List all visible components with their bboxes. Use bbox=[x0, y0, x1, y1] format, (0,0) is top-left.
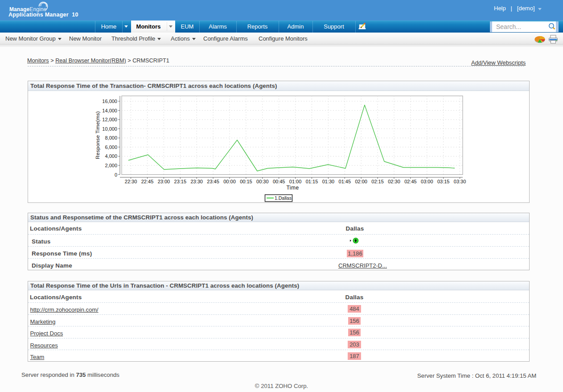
svg-text:14,000: 14,000 bbox=[102, 108, 117, 113]
svg-text:12,000: 12,000 bbox=[102, 117, 117, 122]
svg-text:2,000: 2,000 bbox=[105, 163, 117, 168]
svg-text:00:45: 00:45 bbox=[273, 179, 285, 184]
svg-text:00:30: 00:30 bbox=[256, 179, 269, 184]
svg-text:03:30: 03:30 bbox=[454, 179, 466, 184]
svg-text:8,000: 8,000 bbox=[105, 135, 117, 140]
svg-text:03:00: 03:00 bbox=[421, 179, 433, 184]
svg-text:23:45: 23:45 bbox=[207, 179, 219, 184]
svg-text:03:15: 03:15 bbox=[437, 179, 450, 184]
svg-text:22:45: 22:45 bbox=[141, 179, 154, 184]
svg-text:1.Dallas: 1.Dallas bbox=[275, 195, 292, 201]
svg-text:02:45: 02:45 bbox=[404, 179, 417, 184]
svg-text:01:30: 01:30 bbox=[322, 179, 335, 184]
svg-text:Time: Time bbox=[286, 185, 299, 191]
svg-text:22:30: 22:30 bbox=[125, 179, 137, 184]
svg-text:16,000: 16,000 bbox=[102, 99, 117, 104]
svg-text:01:45: 01:45 bbox=[339, 179, 351, 184]
svg-text:10,000: 10,000 bbox=[102, 126, 117, 132]
svg-text:4,000: 4,000 bbox=[105, 153, 117, 159]
svg-text:Response Time(ms): Response Time(ms) bbox=[95, 111, 100, 159]
svg-text:01:15: 01:15 bbox=[306, 179, 318, 184]
svg-text:23:00: 23:00 bbox=[158, 179, 170, 184]
svg-text:00:00: 00:00 bbox=[223, 179, 236, 184]
svg-text:02:30: 02:30 bbox=[388, 179, 400, 184]
svg-text:01:00: 01:00 bbox=[289, 179, 302, 184]
svg-text:00:15: 00:15 bbox=[240, 179, 252, 184]
svg-text:02:15: 02:15 bbox=[371, 179, 384, 184]
svg-text:6,000: 6,000 bbox=[105, 144, 117, 150]
svg-text:0: 0 bbox=[115, 172, 117, 177]
svg-text:23:30: 23:30 bbox=[190, 179, 203, 184]
svg-text:23:15: 23:15 bbox=[174, 179, 187, 184]
svg-text:02:00: 02:00 bbox=[355, 179, 367, 184]
